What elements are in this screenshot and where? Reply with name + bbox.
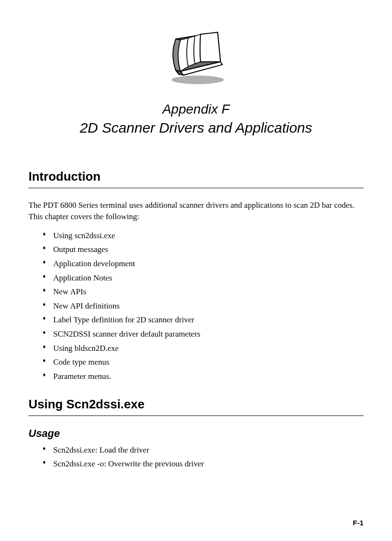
svg-point-0 xyxy=(172,76,224,84)
book-icon xyxy=(29,19,363,87)
list-item: Scn2dssi.exe: Load the driver xyxy=(43,444,363,456)
section-rule xyxy=(29,188,363,188)
appendix-title: 2D Scanner Drivers and Applications xyxy=(29,120,363,136)
list-item: Application development xyxy=(43,258,363,270)
section-rule xyxy=(29,415,363,416)
appendix-label: Appendix F xyxy=(29,102,363,117)
list-item: New API definitions xyxy=(43,300,363,312)
usage-bullet-list: Scn2dssi.exe: Load the driver Scn2dssi.e… xyxy=(29,444,363,470)
list-item: Label Type definition for 2D scanner dri… xyxy=(43,314,363,326)
introduction-bullet-list: Using scn2dssi.exe Output messages Appli… xyxy=(29,230,363,383)
list-item: Scn2dssi.exe -o: Overwrite the previous … xyxy=(43,458,363,470)
list-item: Code type menus xyxy=(43,357,363,368)
list-item: Output messages xyxy=(43,244,363,256)
list-item: SCN2DSSI scanner driver default paramete… xyxy=(43,328,363,340)
list-item: Application Notes xyxy=(43,272,363,284)
usage-heading: Usage xyxy=(29,427,363,440)
introduction-heading: Introduction xyxy=(29,169,363,184)
list-item: Using bldscn2D.exe xyxy=(43,343,363,355)
using-scn2dssi-heading: Using Scn2dssi.exe xyxy=(29,397,363,412)
introduction-paragraph: The PDT 6800 Series terminal uses additi… xyxy=(29,200,363,222)
list-item: New APIs xyxy=(43,286,363,298)
list-item: Parameter menus. xyxy=(43,371,363,383)
list-item: Using scn2dssi.exe xyxy=(43,230,363,242)
page-number: F-1 xyxy=(353,519,364,527)
